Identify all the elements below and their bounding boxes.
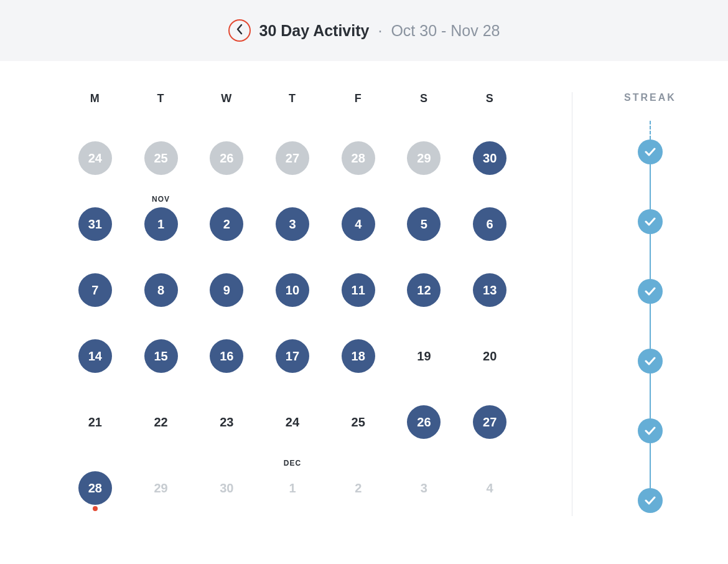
day-number: 24	[78, 141, 112, 175]
vertical-divider	[572, 92, 572, 516]
weekday-header: S	[391, 92, 457, 105]
day-number: 25	[144, 141, 178, 175]
day-number: 2	[342, 471, 375, 505]
day-cell[interactable]: .21	[62, 393, 128, 450]
day-cell[interactable]: .2	[194, 195, 259, 252]
day-cell[interactable]: .7	[62, 261, 128, 318]
day-number: 30	[473, 141, 506, 175]
day-number: 30	[210, 471, 243, 505]
day-cell[interactable]: .15	[128, 327, 194, 384]
day-cell[interactable]: .17	[259, 327, 325, 384]
day-number: 11	[342, 273, 375, 307]
page-title-container: 30 Day Activity · Oct 30 - Nov 28	[259, 22, 500, 40]
streak-check-icon	[638, 139, 663, 164]
weekday-header: M	[62, 92, 128, 105]
day-number: 13	[473, 273, 506, 307]
day-number: 1	[276, 471, 309, 505]
day-number: 2	[210, 207, 243, 241]
day-cell[interactable]: .31	[62, 195, 128, 252]
day-number: 1	[144, 207, 178, 241]
day-number: 7	[78, 273, 112, 307]
header-bar: 30 Day Activity · Oct 30 - Nov 28	[0, 0, 728, 61]
day-cell[interactable]: .3	[391, 459, 457, 516]
day-cell[interactable]: .22	[128, 393, 194, 450]
weekday-row: MTWTFSS	[62, 92, 523, 105]
day-cell[interactable]: .11	[325, 261, 391, 318]
day-cell[interactable]: .28	[325, 129, 391, 186]
day-number: 4	[473, 471, 506, 505]
day-number: 22	[144, 405, 178, 439]
day-cell[interactable]: .4	[325, 195, 391, 252]
streak-label: STREAK	[624, 92, 676, 103]
day-cell[interactable]: .18	[325, 327, 391, 384]
day-number: 24	[276, 405, 309, 439]
streak-list	[638, 121, 663, 513]
day-cell[interactable]: .28	[62, 459, 128, 516]
back-button[interactable]	[228, 19, 251, 42]
day-cell[interactable]: .27	[259, 129, 325, 186]
day-cell[interactable]: .13	[457, 261, 523, 318]
day-cell[interactable]: .25	[128, 129, 194, 186]
day-number: 16	[210, 339, 243, 373]
day-cell[interactable]: .26	[391, 393, 457, 450]
day-cell[interactable]: .4	[457, 459, 523, 516]
day-cell[interactable]: .14	[62, 327, 128, 384]
day-cell[interactable]: DEC1	[259, 459, 325, 516]
day-cell[interactable]: .19	[391, 327, 457, 384]
day-cell[interactable]: NOV1	[128, 195, 194, 252]
day-cell[interactable]: .23	[194, 393, 259, 450]
day-number: 20	[473, 339, 506, 373]
day-number: 15	[144, 339, 178, 373]
streak-check-icon	[638, 349, 663, 374]
streak-panel: STREAK	[610, 92, 691, 516]
day-number: 14	[78, 339, 112, 373]
day-cell[interactable]: .29	[128, 459, 194, 516]
content-area: MTWTFSS .24.25.26.27.28.29.30.31NOV1.2.3…	[0, 61, 728, 516]
day-cell[interactable]: .9	[194, 261, 259, 318]
day-number: 17	[276, 339, 309, 373]
day-number: 27	[473, 405, 506, 439]
day-cell[interactable]: .8	[128, 261, 194, 318]
calendar-grid: .24.25.26.27.28.29.30.31NOV1.2.3.4.5.6.7…	[62, 129, 523, 516]
date-range: Oct 30 - Nov 28	[391, 22, 500, 40]
day-number: 27	[276, 141, 309, 175]
streak-connector	[650, 234, 651, 279]
streak-check-icon	[638, 279, 663, 304]
day-cell[interactable]: .30	[457, 129, 523, 186]
weekday-header: W	[194, 92, 259, 105]
day-cell[interactable]: .30	[194, 459, 259, 516]
day-number: 4	[342, 207, 375, 241]
day-number: 6	[473, 207, 506, 241]
calendar: MTWTFSS .24.25.26.27.28.29.30.31NOV1.2.3…	[62, 92, 547, 516]
day-number: 29	[407, 141, 441, 175]
day-cell[interactable]: .26	[194, 129, 259, 186]
streak-connector	[650, 374, 651, 418]
day-cell[interactable]: .24	[62, 129, 128, 186]
day-number: 3	[276, 207, 309, 241]
streak-connector	[650, 164, 651, 209]
day-cell[interactable]: .10	[259, 261, 325, 318]
day-number: 28	[342, 141, 375, 175]
day-cell[interactable]: .5	[391, 195, 457, 252]
day-cell[interactable]: .20	[457, 327, 523, 384]
day-number: 26	[210, 141, 243, 175]
day-cell[interactable]: .25	[325, 393, 391, 450]
day-cell[interactable]: .27	[457, 393, 523, 450]
streak-check-icon	[638, 488, 663, 513]
day-cell[interactable]: .16	[194, 327, 259, 384]
weekday-header: T	[259, 92, 325, 105]
weekday-header: T	[128, 92, 194, 105]
day-number: 8	[144, 273, 178, 307]
day-cell[interactable]: .24	[259, 393, 325, 450]
month-label: NOV	[152, 195, 170, 206]
day-number: 9	[210, 273, 243, 307]
chevron-left-icon	[236, 24, 243, 37]
day-cell[interactable]: .12	[391, 261, 457, 318]
day-number: 21	[78, 405, 112, 439]
day-number: 26	[407, 405, 441, 439]
day-cell[interactable]: .6	[457, 195, 523, 252]
day-cell[interactable]: .3	[259, 195, 325, 252]
day-cell[interactable]: .2	[325, 459, 391, 516]
day-number: 29	[144, 471, 178, 505]
day-cell[interactable]: .29	[391, 129, 457, 186]
